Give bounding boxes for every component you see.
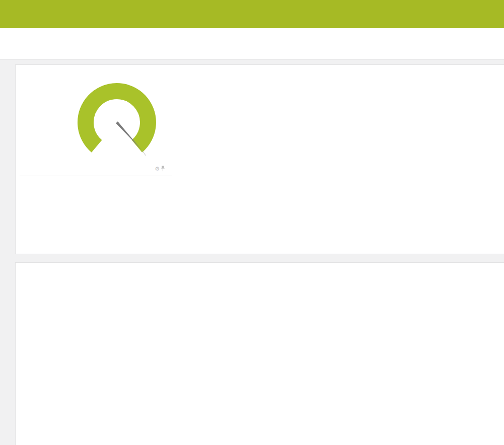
pin-icon[interactable] [161,166,165,172]
gear-icon[interactable]: ⚙ [155,166,160,172]
gauges-panel: ⚙ [15,64,504,254]
primary-gauge-cell: ⚙ [20,66,172,176]
gauge-grid-top: ⚙ [20,66,504,176]
tab-bar [0,28,504,59]
primary-gauge-dial [36,66,167,165]
sensor-banner [0,0,504,28]
page-content: ⚙ [0,59,504,445]
channels-panel [15,262,504,445]
